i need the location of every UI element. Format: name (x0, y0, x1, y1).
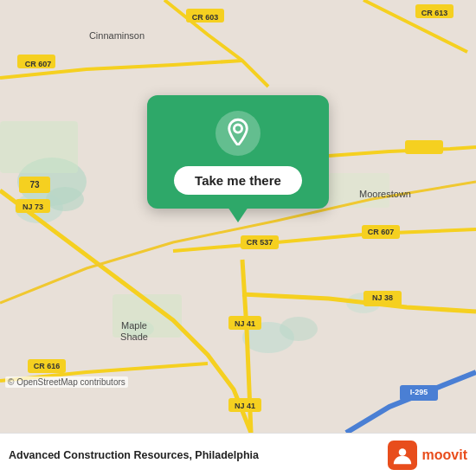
bottom-bar: Advanced Construction Resources, Philade… (0, 433, 476, 476)
popup-card: Take me there (147, 95, 329, 209)
svg-text:CR 616: CR 616 (34, 362, 61, 370)
pin-icon (226, 118, 250, 150)
moovit-icon (388, 441, 417, 470)
svg-text:NJ 41: NJ 41 (235, 402, 255, 410)
svg-point-43 (398, 448, 406, 456)
svg-text:I-295: I-295 (410, 388, 428, 396)
map-container: 73 NJ 73 CR 607 CR 613 CR 603 CR 537 CR … (0, 0, 476, 433)
svg-text:Cinnaminson: Cinnaminson (89, 30, 145, 41)
moovit-label: moovit (422, 447, 467, 463)
svg-text:CR 607: CR 607 (25, 60, 52, 68)
svg-text:NJ 41: NJ 41 (235, 319, 255, 328)
location-label: Advanced Construction Resources, Philade… (9, 449, 388, 461)
svg-rect-8 (0, 121, 78, 173)
svg-text:NJ 38: NJ 38 (372, 293, 393, 302)
pin-icon-wrap (215, 111, 261, 156)
svg-text:Maple: Maple (121, 320, 147, 331)
svg-text:CR 537: CR 537 (247, 238, 273, 247)
svg-text:CR 603: CR 603 (192, 13, 219, 22)
svg-text:CR 613: CR 613 (421, 9, 448, 17)
svg-point-3 (46, 187, 84, 211)
svg-text:Moorestown: Moorestown (359, 189, 411, 199)
take-me-there-button[interactable]: Take me there (174, 166, 302, 195)
moovit-logo: moovit (388, 441, 467, 470)
svg-text:CR 607: CR 607 (368, 228, 395, 236)
svg-point-41 (234, 125, 241, 132)
svg-text:Shade: Shade (120, 331, 148, 342)
svg-text:NJ 73: NJ 73 (23, 203, 43, 211)
svg-point-5 (280, 317, 318, 341)
svg-text:73: 73 (29, 180, 40, 190)
map-attribution: © OpenStreetMap contributors (5, 376, 128, 388)
svg-rect-20 (405, 140, 443, 154)
